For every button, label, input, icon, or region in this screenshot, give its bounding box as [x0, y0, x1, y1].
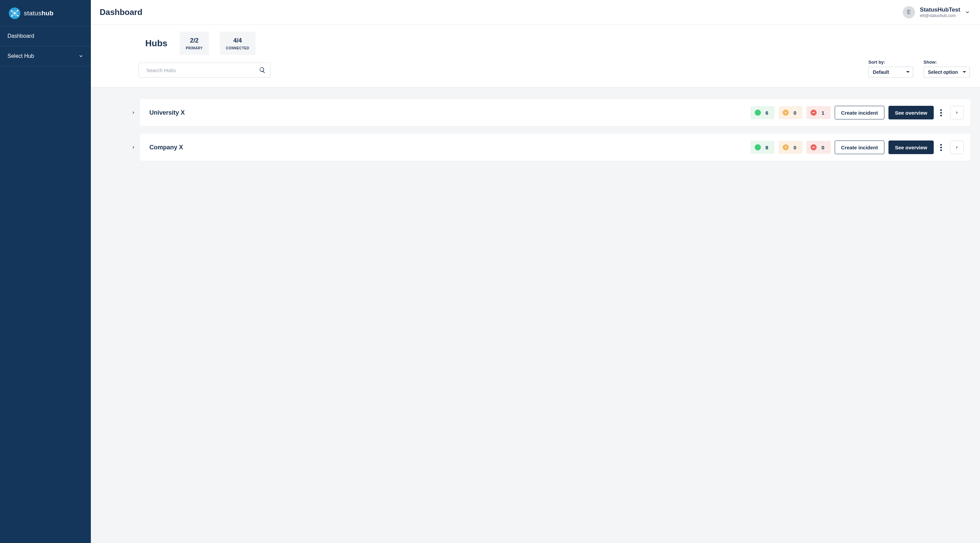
- account-text: StatusHubTest elli@statushub.com: [920, 6, 960, 18]
- show-label: Show:: [924, 60, 970, 65]
- stat-connected: 4/4 CONNECTED: [220, 32, 256, 55]
- hub-row: University X 6 0 1 Create: [100, 99, 970, 126]
- expand-toggle[interactable]: [131, 145, 136, 150]
- status-up-count: 8: [765, 144, 768, 150]
- chevron-down-icon: [965, 10, 970, 14]
- brand-name: statushub: [24, 10, 53, 17]
- main: Dashboard E StatusHubTest elli@statushub…: [91, 0, 980, 543]
- chevron-down-icon: [79, 54, 83, 59]
- status-down-icon: [811, 144, 817, 150]
- sort-value: Default: [873, 70, 889, 75]
- expand-toggle[interactable]: [131, 110, 136, 115]
- sort-select[interactable]: Default: [869, 67, 913, 78]
- hub-card: University X 6 0 1 Create: [140, 99, 970, 126]
- controls-right: Sort by: Default Show: Select option: [869, 60, 970, 78]
- stat-primary: 2/2 PRIMARY: [180, 32, 209, 55]
- account-menu[interactable]: E StatusHubTest elli@statushub.com: [903, 6, 970, 18]
- status-down-count: 0: [821, 144, 824, 150]
- sort-control: Sort by: Default: [869, 60, 913, 78]
- status-down: 1: [807, 106, 830, 119]
- summary-strip: Hubs 2/2 PRIMARY 4/4 CONNECTED Sort by:: [91, 25, 980, 87]
- sidebar-item-dashboard[interactable]: Dashboard: [0, 26, 91, 46]
- account-email: elli@statushub.com: [920, 13, 960, 18]
- caret-down-icon: [963, 70, 966, 74]
- see-overview-button[interactable]: See overview: [888, 106, 934, 119]
- see-overview-button[interactable]: See overview: [888, 141, 934, 154]
- stat-primary-value: 2/2: [186, 37, 203, 44]
- stat-connected-label: CONNECTED: [226, 46, 250, 50]
- sort-label: Sort by:: [869, 60, 913, 65]
- stat-primary-label: PRIMARY: [186, 46, 203, 50]
- brand-logo-icon: [9, 8, 21, 19]
- sidebar: statushub Dashboard Select Hub: [0, 0, 91, 543]
- status-down: 0: [807, 141, 830, 154]
- status-up: 6: [751, 106, 775, 119]
- status-warning-count: 0: [794, 110, 796, 116]
- topbar: Dashboard E StatusHubTest elli@statushub…: [91, 0, 980, 25]
- more-menu-icon[interactable]: [938, 107, 944, 118]
- status-up-icon: [755, 110, 761, 116]
- caret-down-icon: [906, 70, 910, 74]
- hubs-list: University X 6 0 1 Create: [91, 87, 980, 173]
- status-up-count: 6: [765, 110, 768, 116]
- account-name: StatusHubTest: [920, 6, 960, 13]
- brand[interactable]: statushub: [0, 0, 91, 26]
- hub-row: Company X 8 0 0 Create in: [100, 134, 970, 161]
- status-warning-count: 0: [794, 144, 796, 150]
- status-warning-icon: [783, 110, 789, 116]
- status-warning: 0: [778, 106, 802, 119]
- page-title: Dashboard: [100, 8, 142, 17]
- open-hub-button[interactable]: [950, 106, 964, 119]
- create-incident-button[interactable]: Create incident: [835, 141, 885, 154]
- stat-connected-value: 4/4: [226, 37, 250, 44]
- status-down-icon: [811, 110, 817, 116]
- search-icon[interactable]: [259, 67, 266, 73]
- sidebar-item-select-hub[interactable]: Select Hub: [0, 46, 91, 66]
- more-menu-icon[interactable]: [938, 142, 944, 153]
- hub-name: University X: [150, 109, 185, 116]
- hub-name: Company X: [150, 144, 183, 151]
- open-hub-button[interactable]: [950, 141, 964, 154]
- show-select[interactable]: Select option: [924, 67, 970, 78]
- status-down-count: 1: [821, 110, 824, 116]
- status-up-icon: [755, 144, 761, 150]
- avatar: E: [903, 6, 915, 18]
- sidebar-item-label: Dashboard: [8, 33, 34, 39]
- status-warning: 0: [778, 141, 802, 154]
- status-up: 8: [751, 141, 775, 154]
- create-incident-button[interactable]: Create incident: [835, 106, 885, 119]
- sidebar-item-label: Select Hub: [8, 53, 34, 59]
- search-input[interactable]: [138, 63, 270, 78]
- show-control: Show: Select option: [924, 60, 970, 78]
- hub-card: Company X 8 0 0 Create in: [140, 134, 970, 161]
- status-warning-icon: [783, 144, 789, 150]
- show-value: Select option: [928, 70, 958, 75]
- hubs-heading: Hubs: [145, 38, 167, 49]
- search-wrap: [138, 63, 270, 78]
